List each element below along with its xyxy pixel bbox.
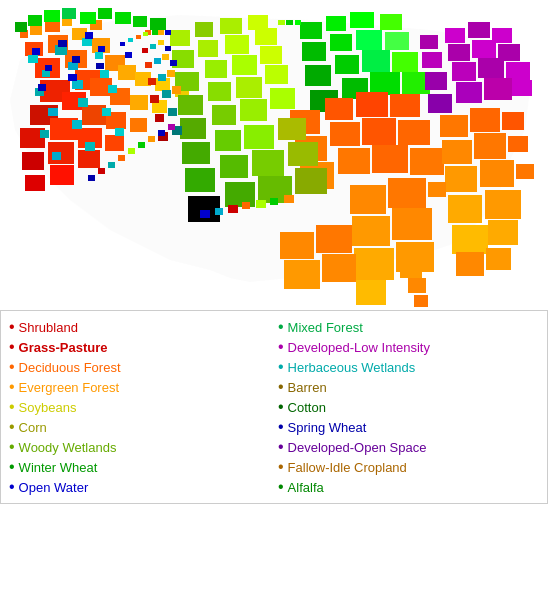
svg-rect-168 [485,190,521,219]
svg-rect-136 [120,42,125,46]
svg-rect-216 [15,22,27,32]
svg-rect-137 [128,38,133,42]
svg-rect-201 [215,208,223,215]
svg-rect-58 [45,65,52,71]
svg-rect-37 [28,55,38,63]
svg-rect-33 [105,135,124,151]
svg-rect-145 [154,58,161,64]
svg-rect-47 [78,98,88,107]
legend-label: Spring Wheat [288,420,367,435]
svg-rect-52 [52,152,61,160]
svg-rect-48 [108,85,117,93]
svg-rect-87 [350,12,374,28]
svg-rect-72 [255,28,277,45]
svg-rect-49 [40,130,49,138]
svg-rect-163 [508,136,528,152]
svg-rect-194 [252,150,284,176]
svg-rect-63 [96,63,104,69]
svg-rect-210 [118,155,125,161]
svg-rect-178 [354,248,394,280]
legend-bullet: • [9,479,15,495]
legend-label: Herbaceous Wetlands [288,360,416,375]
svg-rect-169 [452,225,488,254]
svg-rect-61 [38,84,46,91]
svg-rect-155 [168,108,177,116]
svg-rect-51 [102,108,111,116]
svg-rect-79 [236,77,262,98]
legend-label: Grass-Pasture [19,340,108,355]
legend-label: Open Water [19,480,89,495]
legend-bullet: • [278,339,284,355]
svg-rect-131 [158,30,164,35]
svg-rect-161 [442,140,472,164]
legend-label: Developed-Open Space [288,440,427,455]
svg-rect-213 [148,136,155,142]
svg-rect-95 [362,50,390,72]
svg-rect-81 [180,118,206,139]
svg-rect-209 [108,162,115,168]
svg-rect-208 [98,168,105,174]
svg-rect-142 [158,40,164,45]
svg-rect-138 [136,35,141,39]
svg-rect-28 [130,95,148,110]
legend-item: • Evergreen Forest [9,379,270,395]
svg-rect-153 [172,86,181,94]
svg-rect-211 [128,148,135,154]
svg-rect-192 [185,168,215,192]
svg-rect-67 [220,18,242,34]
svg-rect-220 [80,12,96,24]
svg-rect-150 [167,70,175,77]
svg-rect-127 [484,78,512,100]
svg-rect-108 [398,120,430,145]
svg-rect-167 [448,195,482,223]
svg-rect-164 [445,166,477,192]
svg-rect-146 [162,54,169,60]
legend-bullet: • [278,359,284,375]
legend-item: • Open Water [9,479,270,495]
legend-item: • Soybeans [9,399,270,415]
svg-rect-18 [118,65,136,80]
svg-rect-212 [138,142,145,148]
legend-label: Barren [288,380,327,395]
legend-label: Deciduous Forest [19,360,121,375]
svg-rect-46 [48,108,58,116]
legend-label: Developed-Low Intensity [288,340,430,355]
svg-rect-96 [392,52,418,72]
svg-rect-185 [316,225,352,253]
svg-rect-184 [280,232,314,259]
svg-rect-132 [165,30,171,35]
svg-rect-89 [302,42,326,61]
legend: • Shrubland • Grass-Pasture • Deciduous … [0,310,548,504]
svg-rect-68 [248,15,268,30]
svg-rect-93 [305,65,331,86]
svg-rect-64 [125,52,132,58]
svg-rect-111 [372,145,408,173]
svg-rect-53 [85,142,95,151]
svg-rect-41 [68,62,78,70]
legend-item: • Corn [9,419,270,435]
svg-rect-30 [25,175,45,191]
svg-rect-94 [335,55,359,74]
svg-rect-133 [278,20,285,25]
svg-rect-200 [200,210,210,218]
legend-item: • Barren [278,379,539,395]
svg-rect-103 [356,92,388,117]
svg-rect-99 [370,72,400,95]
svg-rect-42 [95,52,103,59]
svg-rect-65 [170,30,190,46]
legend-bullet: • [9,379,15,395]
legend-bullet: • [9,399,15,415]
svg-rect-107 [362,118,396,145]
svg-rect-130 [152,30,158,35]
svg-rect-204 [256,200,266,208]
map-svg [0,0,548,310]
svg-rect-219 [62,8,76,19]
legend-bullet: • [9,439,15,455]
legend-label: Shrubland [19,320,78,335]
legend-item: • Spring Wheat [278,419,539,435]
legend-bullet: • [9,419,15,435]
map-container [0,0,548,310]
svg-rect-60 [98,46,105,52]
svg-rect-85 [300,22,322,39]
svg-rect-141 [150,44,156,49]
